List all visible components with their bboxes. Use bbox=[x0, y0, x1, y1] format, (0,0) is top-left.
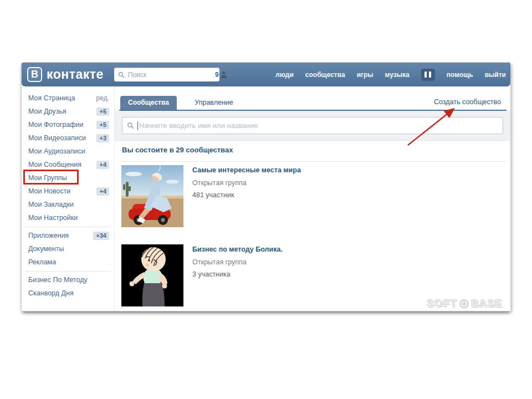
watermark-emblem-icon bbox=[459, 299, 469, 309]
nav-help[interactable]: помощь bbox=[447, 71, 473, 79]
edit-link[interactable]: ред. bbox=[96, 94, 109, 102]
vk-logo-text: контакте bbox=[47, 67, 104, 82]
sidebar-item-crossword-app[interactable]: Сканворд Дня bbox=[22, 287, 114, 300]
nav-communities[interactable]: сообщества bbox=[305, 71, 345, 79]
community-search-strip bbox=[115, 111, 510, 141]
header-search[interactable]: 9 bbox=[114, 68, 219, 81]
sidebar-divider bbox=[22, 269, 114, 273]
create-community-link[interactable]: Создать сообщество bbox=[434, 98, 501, 106]
count-badge: +4 bbox=[96, 161, 109, 169]
tab-communities[interactable]: Сообщества bbox=[120, 96, 177, 110]
sidebar-item-my-groups[interactable]: Мои Группы bbox=[22, 171, 114, 185]
sidebar-item-business-app[interactable]: Бизнес По Методу bbox=[22, 273, 114, 287]
nav-music[interactable]: музыка bbox=[385, 71, 410, 79]
sidebar-item-my-videos[interactable]: Мои Видеозаписи +3 bbox=[22, 131, 114, 145]
top-header: В контакте 9 люди сообщества игры музыка… bbox=[22, 63, 510, 86]
sidebar-item-my-settings[interactable]: Мои Настройки bbox=[22, 211, 114, 224]
pause-bar bbox=[424, 71, 427, 78]
vk-window: В контакте 9 люди сообщества игры музыка… bbox=[21, 62, 511, 311]
count-badge: +34 bbox=[93, 232, 109, 240]
list-divider bbox=[119, 161, 507, 162]
search-icon bbox=[127, 122, 134, 129]
count-badge: +5 bbox=[96, 121, 109, 129]
sidebar-item-my-bookmarks[interactable]: Мои Закладки bbox=[22, 198, 114, 211]
count-badge: +5 bbox=[96, 108, 109, 116]
community-type: Открытая группа bbox=[192, 179, 301, 187]
watermark-text-right: BASE bbox=[471, 298, 503, 310]
music-pause-button[interactable] bbox=[421, 69, 435, 81]
search-people-count: 9 bbox=[215, 71, 219, 79]
sidebar-item-my-friends[interactable]: Мои Друзья +5 bbox=[22, 105, 114, 118]
community-members-count: 481 участник bbox=[192, 191, 301, 199]
page: В контакте 9 люди сообщества игры музыка… bbox=[0, 0, 532, 399]
left-sidebar: Моя Страница ред. Мои Друзья +5 Мои Фото… bbox=[22, 86, 114, 311]
tab-bar: Сообщества Управление Создать сообщество bbox=[115, 96, 510, 110]
watermark-text-left: SOFT bbox=[427, 298, 458, 310]
nav-logout[interactable]: выйти bbox=[485, 71, 506, 79]
count-badge: +3 bbox=[96, 134, 109, 142]
softbase-watermark: SOFT BASE bbox=[427, 297, 503, 310]
community-title-link[interactable]: Самые интересные места мира bbox=[192, 166, 301, 174]
top-navigation: люди сообщества игры музыка помощь выйти bbox=[275, 63, 506, 86]
tab-management[interactable]: Управление bbox=[187, 96, 241, 110]
vk-logo-icon: В bbox=[27, 67, 42, 82]
community-type: Открытая группа bbox=[192, 258, 283, 266]
vk-logo[interactable]: В контакте bbox=[27, 63, 104, 86]
community-info: Самые интересные места мира Открытая гру… bbox=[192, 166, 301, 199]
community-info: Бизнес по методу Болика. Открытая группа… bbox=[192, 245, 283, 278]
nav-people[interactable]: люди bbox=[275, 71, 294, 79]
community-search[interactable] bbox=[122, 117, 503, 134]
search-icon bbox=[118, 71, 125, 78]
community-members-count: 3 участника bbox=[192, 270, 283, 278]
count-badge: +4 bbox=[96, 187, 109, 196]
sidebar-divider bbox=[22, 224, 114, 229]
header-search-input[interactable] bbox=[127, 71, 215, 79]
sidebar-item-apps[interactable]: Приложения +34 bbox=[22, 229, 114, 242]
person-icon bbox=[221, 71, 227, 78]
sidebar-item-my-audios[interactable]: Мои Аудиозаписи bbox=[22, 145, 114, 158]
community-photo-cartoon-character[interactable] bbox=[121, 244, 183, 306]
text-caret bbox=[137, 121, 138, 130]
main-content: Сообщества Управление Создать сообщество… bbox=[115, 86, 510, 311]
pause-bar bbox=[429, 71, 431, 78]
sidebar-item-my-news[interactable]: Мои Новости +4 bbox=[22, 185, 114, 198]
nav-games[interactable]: игры bbox=[357, 71, 374, 79]
sidebar-item-my-photos[interactable]: Мои Фотографии +5 bbox=[22, 118, 114, 131]
community-photo-desert-car[interactable] bbox=[121, 165, 183, 227]
membership-count-header: Вы состоите в 29 сообществах bbox=[122, 146, 233, 154]
community-title-link[interactable]: Бизнес по методу Болика. bbox=[192, 245, 283, 253]
community-row: Самые интересные места мира Открытая гру… bbox=[121, 165, 504, 227]
sidebar-item-ads[interactable]: Реклама bbox=[22, 255, 114, 269]
sidebar-item-my-page[interactable]: Моя Страница ред. bbox=[22, 91, 114, 105]
sidebar-item-my-messages[interactable]: Мои Сообщения +4 bbox=[22, 158, 114, 171]
sidebar-item-documents[interactable]: Документы bbox=[22, 242, 114, 255]
community-search-input[interactable] bbox=[139, 121, 503, 130]
